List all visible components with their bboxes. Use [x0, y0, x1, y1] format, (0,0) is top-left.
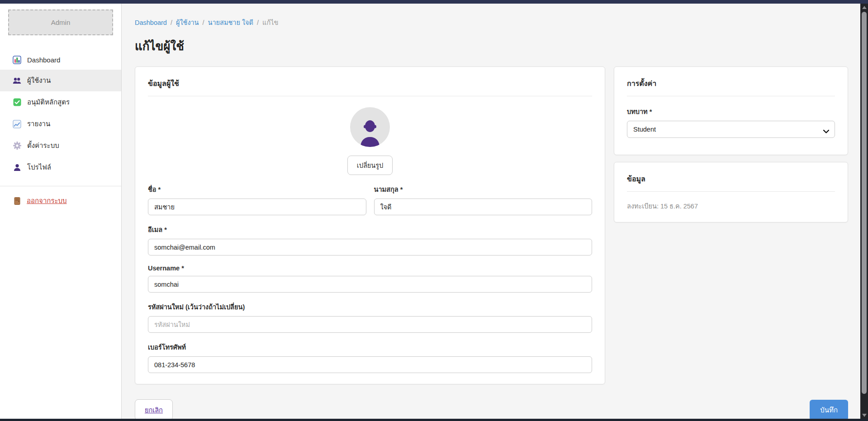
new-password-label: รหัสผ่านใหม่ (เว้นว่างถ้าไม่เปลี่ยน)	[148, 302, 592, 312]
sidebar-divider	[0, 186, 121, 186]
last-name-input[interactable]	[374, 199, 593, 215]
username-label: Username *	[148, 265, 592, 272]
user-info-card-title: ข้อมูลผู้ใช้	[148, 78, 592, 89]
registered-date-text: ลงทะเบียน: 15 ธ.ค. 2567	[627, 201, 835, 211]
first-name-field-group: ชื่อ *	[148, 175, 366, 215]
name-row: ชื่อ * นามสกุล *	[148, 175, 592, 215]
sidebar-item-label: รายงาน	[27, 118, 50, 129]
email-input[interactable]	[148, 239, 592, 255]
breadcrumb-separator: /	[257, 19, 259, 26]
change-photo-button[interactable]: เปลี่ยนรูป	[347, 156, 393, 175]
sidebar-item-users[interactable]: ผู้ใช้งาน	[0, 70, 121, 91]
scrollbar-up-arrow-icon[interactable]	[860, 4, 868, 11]
info-card: ข้อมูล ลงทะเบียน: 15 ธ.ค. 2567	[614, 162, 848, 222]
username-input[interactable]	[148, 276, 592, 293]
cancel-button[interactable]: ยกเลิก	[135, 399, 173, 421]
avatar	[350, 107, 390, 147]
settings-card-title: การตั้งค่า	[627, 78, 835, 89]
phone-field-group: เบอร์โทรศัพท์	[148, 342, 592, 373]
email-label: อีเมล *	[148, 224, 592, 235]
person-icon	[13, 163, 21, 172]
sidebar-item-label: ตั้งค่าระบบ	[27, 140, 59, 151]
username-field-group: Username *	[148, 265, 592, 293]
scrollbar-thumb[interactable]	[862, 12, 867, 394]
main-content: Dashboard / ผู้ใช้งาน / นายสมชาย ใจดี / …	[122, 4, 861, 421]
avatar-block: เปลี่ยนรูป	[148, 107, 592, 175]
role-select-wrap: Student	[627, 121, 835, 138]
window-bottom-bar	[0, 419, 868, 421]
form-actions: ยกเลิก บันทึก	[135, 399, 848, 421]
breadcrumb-separator: /	[203, 19, 204, 26]
side-column: การตั้งค่า บทบาท * Student	[614, 66, 848, 222]
sidebar-item-label: อนุมัติหลักสูตร	[27, 97, 70, 108]
breadcrumb: Dashboard / ผู้ใช้งาน / นายสมชาย ใจดี / …	[135, 17, 848, 28]
role-field-group: บทบาท * Student	[627, 106, 835, 138]
first-name-input[interactable]	[148, 199, 366, 215]
user-info-card: ข้อมูลผู้ใช้ เปลี่ยนรูป	[135, 66, 605, 384]
last-name-field-group: นามสกุล *	[374, 175, 593, 215]
new-password-field-group: รหัสผ่านใหม่ (เว้นว่างถ้าไม่เปลี่ยน)	[148, 302, 592, 333]
check-icon	[13, 98, 21, 107]
sidebar-item-approve-courses[interactable]: อนุมัติหลักสูตร	[0, 91, 121, 113]
breadcrumb-current: แก้ไข	[262, 17, 278, 28]
phone-label: เบอร์โทรศัพท์	[148, 342, 592, 352]
sidebar-nav: Dashboard ผู้ใช้งาน อนุมัติหลักสูตร รายง…	[0, 50, 121, 178]
window-top-bar	[0, 0, 868, 4]
page-title: แก้ไขผู้ใช้	[135, 37, 848, 55]
sidebar-item-label: Dashboard	[27, 56, 60, 64]
first-name-label: ชื่อ *	[148, 184, 366, 194]
breadcrumb-user-name[interactable]: นายสมชาย ใจดี	[208, 17, 253, 28]
line-chart-icon	[13, 120, 21, 128]
sidebar-item-system-settings[interactable]: ตั้งค่าระบบ	[0, 135, 121, 156]
phone-input[interactable]	[148, 356, 592, 373]
breadcrumb-users[interactable]: ผู้ใช้งาน	[176, 17, 199, 28]
sidebar-item-reports[interactable]: รายงาน	[0, 113, 121, 135]
gear-icon	[13, 142, 21, 150]
users-icon	[13, 76, 21, 85]
sidebar-item-label: ผู้ใช้งาน	[27, 75, 51, 86]
settings-card: การตั้งค่า บทบาท * Student	[614, 66, 848, 155]
card-title-divider	[627, 96, 835, 96]
door-icon	[13, 197, 21, 205]
email-field-group: อีเมล *	[148, 224, 592, 255]
scrollbar-down-arrow-icon[interactable]	[860, 412, 868, 419]
role-select[interactable]: Student	[627, 121, 835, 138]
card-title-divider	[148, 96, 592, 96]
person-silhouette-icon	[360, 119, 380, 147]
brand-label: Admin	[51, 19, 71, 26]
card-title-divider	[627, 191, 835, 192]
brand-placeholder: Admin	[8, 9, 113, 35]
logout-label: ออกจากระบบ	[27, 195, 67, 206]
save-button[interactable]: บันทึก	[810, 400, 848, 421]
sidebar-item-profile[interactable]: โปรไฟล์	[0, 156, 121, 178]
vertical-scrollbar[interactable]	[860, 4, 868, 419]
role-label: บทบาท *	[627, 106, 835, 117]
app-container: Admin Dashboard ผู้ใช้งาน อนุมัติหลักสูต…	[0, 0, 860, 421]
sidebar-item-dashboard[interactable]: Dashboard	[0, 50, 121, 70]
logout-link[interactable]: ออกจากระบบ	[0, 195, 121, 206]
bar-chart-icon	[13, 56, 21, 64]
last-name-label: นามสกุล *	[374, 184, 593, 194]
sidebar: Admin Dashboard ผู้ใช้งาน อนุมัติหลักสูต…	[0, 4, 122, 421]
sidebar-item-label: โปรไฟล์	[27, 162, 51, 173]
breadcrumb-separator: /	[171, 19, 172, 26]
new-password-input[interactable]	[148, 316, 592, 333]
breadcrumb-dashboard[interactable]: Dashboard	[135, 19, 167, 26]
content-grid: ข้อมูลผู้ใช้ เปลี่ยนรูป	[135, 66, 848, 384]
info-card-title: ข้อมูล	[627, 173, 835, 184]
